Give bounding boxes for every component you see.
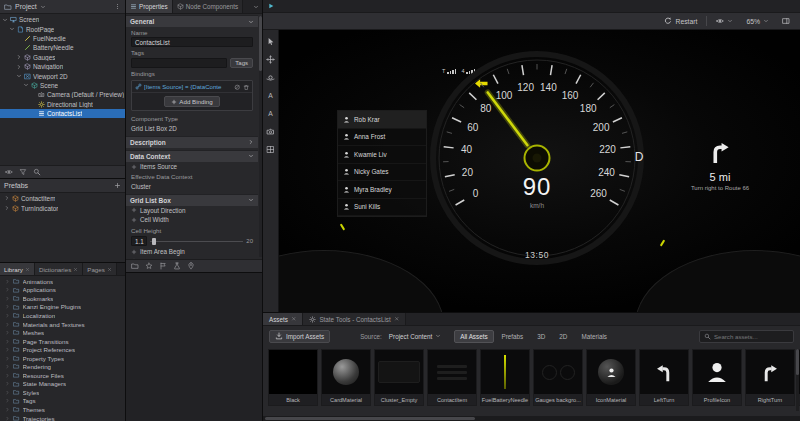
close-tab-icon[interactable] — [291, 316, 297, 322]
contact-item-nicky-gates[interactable]: Nicky Gates — [338, 164, 426, 182]
asset-tile-profileicon[interactable]: ProfileIcon — [692, 349, 742, 406]
tree-caret-icon[interactable] — [2, 17, 8, 23]
flag-icon[interactable] — [159, 262, 167, 270]
contact-item-rob-krar[interactable]: Rob Krar — [338, 111, 426, 129]
tree-item-camera-default-preview[interactable]: Camera (Default / Preview) — [0, 90, 125, 99]
restart-button[interactable]: Restart — [660, 15, 701, 28]
chevron-down-icon[interactable] — [253, 4, 259, 10]
select-tool-icon[interactable] — [266, 37, 275, 46]
scrollbar-thumb[interactable] — [796, 349, 799, 375]
orbit-tool-icon[interactable] — [266, 73, 275, 82]
asset-tile-leftturn[interactable]: LeftTurn — [639, 349, 689, 406]
item-area-end-row[interactable]: Item Area End — [126, 257, 258, 259]
annotate-tool-icon[interactable]: A — [266, 109, 275, 118]
contact-item-kwamie-liv[interactable]: Kwamie Liv — [338, 146, 426, 164]
panel-menu-button[interactable] — [253, 0, 262, 13]
source-select[interactable]: Project Content — [386, 330, 444, 343]
tree-caret-icon[interactable] — [5, 304, 10, 309]
filter-all-assets[interactable]: All Assets — [454, 330, 493, 343]
asset-tile-rightturn[interactable]: RightTurn — [745, 349, 795, 406]
library-item-project-references[interactable]: Project References — [0, 345, 125, 354]
tree-caret-icon[interactable] — [5, 296, 10, 301]
library-item-materials-and-textures[interactable]: Materials and Textures — [0, 320, 125, 329]
asset-tile-iconmaterial[interactable]: IconMaterial — [586, 349, 636, 406]
tree-caret-icon[interactable] — [9, 26, 15, 32]
library-item-bookmarks[interactable]: Bookmarks — [0, 294, 125, 303]
asset-tile-black[interactable]: Black — [268, 349, 318, 406]
tree-caret-icon[interactable] — [5, 356, 10, 361]
close-tab-icon[interactable] — [107, 267, 112, 272]
delete-binding-button[interactable] — [243, 84, 250, 91]
tree-caret-icon[interactable] — [16, 54, 22, 60]
library-item-animations[interactable]: Animations — [0, 277, 125, 286]
tree-caret-icon[interactable] — [5, 381, 10, 386]
close-tab-icon[interactable] — [73, 267, 78, 272]
asset-tile-contactitem[interactable]: ContactItem — [427, 349, 477, 406]
add-binding-button[interactable]: Add Binding — [164, 96, 219, 107]
tree-item-navigation[interactable]: Navigation — [0, 62, 125, 71]
tree-item-fuelneedle[interactable]: FuelNeedle — [0, 34, 125, 43]
library-item-localization[interactable]: Localization — [0, 311, 125, 320]
asset-tile-gauges-backgro[interactable]: Gauges backgro... — [533, 349, 583, 406]
tree-item-gauges[interactable]: Gauges — [0, 53, 125, 62]
tree-caret-icon[interactable] — [5, 279, 10, 284]
filter-2d[interactable]: 2D — [553, 330, 573, 343]
annotate-tool[interactable]: A — [265, 107, 277, 119]
funnel-icon[interactable] — [19, 168, 27, 176]
orbit-tool[interactable] — [265, 71, 277, 83]
library-item-state-managers[interactable]: State Managers — [0, 380, 125, 389]
camera-tool[interactable] — [265, 125, 277, 137]
prefab-item-contactitem[interactable]: ContactItem — [0, 193, 125, 203]
close-tab-icon[interactable] — [25, 267, 30, 272]
section-general[interactable]: General — [126, 15, 258, 27]
binding-expression[interactable]: [Items Source] = {DataConte — [144, 83, 232, 90]
asset-tile-cluster-empty[interactable]: Cluster_Empty — [374, 349, 424, 406]
tab-properties[interactable]: Properties — [126, 0, 173, 13]
tags-button[interactable]: Tags — [230, 58, 253, 68]
cell-width-row[interactable]: Cell Width — [126, 215, 258, 225]
library-item-rendering[interactable]: Rendering — [0, 362, 125, 371]
close-tab-icon[interactable] — [394, 316, 400, 322]
tab-node-components[interactable]: Node Components — [173, 0, 244, 13]
pin-icon[interactable] — [187, 262, 195, 270]
item-area-begin-row[interactable]: Item Area Begin — [126, 247, 258, 257]
tree-caret-icon[interactable] — [5, 407, 10, 412]
close-icon[interactable] — [394, 316, 400, 322]
eye-icon[interactable] — [5, 168, 13, 176]
filter-prefabs[interactable]: Prefabs — [496, 330, 530, 343]
flag-button[interactable] — [159, 262, 167, 270]
filter-3d[interactable]: 3D — [531, 330, 551, 343]
pan-tool-icon[interactable] — [266, 55, 275, 64]
slider-thumb[interactable] — [152, 238, 156, 245]
tree-caret-icon[interactable] — [16, 64, 22, 70]
library-item-themes[interactable]: Themes — [0, 405, 125, 414]
library-item-styles[interactable]: Styles — [0, 388, 125, 397]
assets-horizontal-scrollbar[interactable] — [263, 416, 800, 421]
cell-height-input[interactable]: 1.1 — [131, 236, 147, 246]
prefab-item-turnindicator[interactable]: TurnIndicator — [0, 203, 125, 213]
preview-visibility-button[interactable] — [712, 15, 737, 28]
library-tab-dictionaries[interactable]: Dictionaries — [35, 263, 83, 275]
layout-direction-row[interactable]: Layout Direction — [126, 206, 258, 216]
tree-item-batteryneedle[interactable]: BatteryNeedle — [0, 43, 125, 52]
tree-caret-icon[interactable] — [4, 205, 10, 211]
asset-search-input[interactable] — [714, 333, 789, 340]
tree-caret-icon[interactable] — [5, 330, 10, 335]
tree-item-directional-light[interactable]: Directional Light — [0, 100, 125, 109]
tree-caret-icon[interactable] — [5, 313, 10, 318]
tree-item-screen[interactable]: Screen — [0, 15, 125, 24]
section-data-context[interactable]: Data Context — [126, 150, 258, 162]
tree-caret-icon[interactable] — [5, 398, 10, 403]
tree-caret-icon[interactable] — [5, 373, 10, 378]
search-icon[interactable] — [33, 168, 41, 176]
project-panel-caret[interactable] — [40, 4, 46, 10]
select-tool[interactable] — [265, 35, 277, 47]
filter-materials[interactable]: Materials — [575, 330, 613, 343]
preview-tab-icon[interactable] — [267, 2, 275, 10]
align-tool[interactable]: A — [265, 89, 277, 101]
cell-height-slider[interactable] — [150, 237, 243, 245]
search-button[interactable] — [33, 168, 41, 176]
tree-item-scene[interactable]: Scene — [0, 81, 125, 90]
tab-state-tools[interactable]: State Tools - ContactsList — [303, 313, 406, 325]
scrollbar-thumb[interactable] — [265, 417, 475, 420]
